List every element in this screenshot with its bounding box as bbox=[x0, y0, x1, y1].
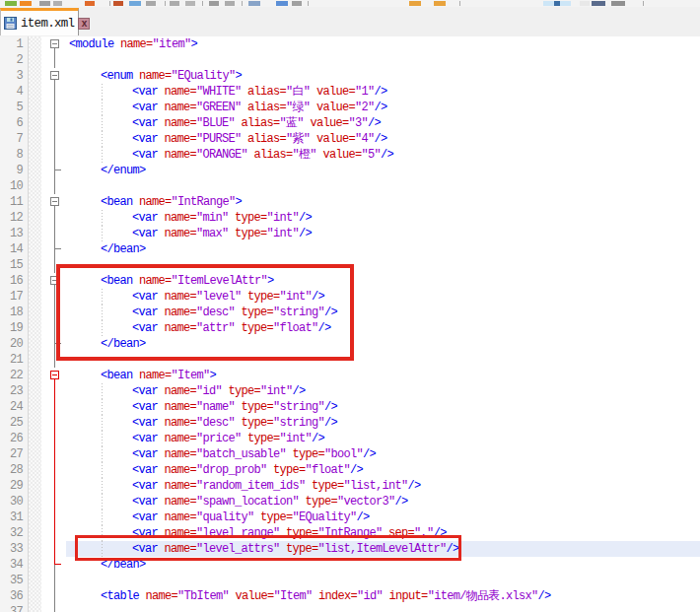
code-line[interactable]: 6<var name="BLUE" alias="蓝" value="3"/> bbox=[0, 115, 700, 131]
code-line[interactable]: 19<var name="attr" type="float"/> bbox=[0, 320, 700, 336]
bookmark-margin[interactable] bbox=[29, 84, 41, 100]
line-number[interactable]: 8 bbox=[0, 147, 29, 163]
line-number[interactable]: 25 bbox=[0, 415, 29, 431]
bookmark-margin[interactable] bbox=[29, 557, 41, 573]
toolbar-icon-fragment[interactable] bbox=[434, 1, 446, 6]
toolbar-icon-fragment[interactable] bbox=[292, 1, 302, 6]
bookmark-margin[interactable] bbox=[29, 352, 41, 368]
line-number[interactable]: 1 bbox=[0, 36, 29, 52]
toolbar-icon-fragment[interactable] bbox=[113, 1, 123, 6]
code-text[interactable]: <var name="attr" type="float"/> bbox=[66, 320, 700, 336]
code-line[interactable]: 29<var name="random_item_ids" type="list… bbox=[0, 478, 700, 494]
code-text[interactable]: <var name="max" type="int"/> bbox=[66, 226, 700, 241]
code-line[interactable]: 18<var name="desc" type="string"/> bbox=[0, 305, 700, 320]
line-number[interactable]: 12 bbox=[0, 210, 29, 226]
bookmark-margin[interactable] bbox=[29, 115, 41, 131]
line-number[interactable]: 37 bbox=[0, 604, 29, 612]
code-text[interactable]: <table name="TbItem" value="Item" index=… bbox=[66, 588, 700, 604]
line-number[interactable]: 36 bbox=[0, 588, 29, 604]
line-number[interactable]: 16 bbox=[0, 273, 29, 289]
bookmark-margin[interactable] bbox=[29, 52, 41, 68]
toolbar-icon-fragment[interactable] bbox=[225, 1, 235, 6]
code-text[interactable]: <var name="GREEN" alias="绿" value="2"/> bbox=[66, 100, 700, 115]
line-number[interactable]: 21 bbox=[0, 352, 29, 368]
bookmark-margin[interactable] bbox=[29, 415, 41, 431]
line-number[interactable]: 18 bbox=[0, 305, 29, 320]
code-text[interactable]: <var name="level" type="int"/> bbox=[66, 289, 700, 305]
toolbar-icon-fragment[interactable] bbox=[248, 1, 260, 6]
code-line[interactable]: 21 bbox=[0, 352, 700, 368]
code-text[interactable]: <var name="PURSE" alias="紫" value="4"/> bbox=[66, 131, 700, 147]
line-number[interactable]: 9 bbox=[0, 163, 29, 178]
bookmark-margin[interactable] bbox=[29, 320, 41, 336]
code-text[interactable]: </bean> bbox=[66, 557, 700, 573]
bookmark-margin[interactable] bbox=[29, 573, 41, 588]
bookmark-margin[interactable] bbox=[29, 178, 41, 194]
code-text[interactable] bbox=[66, 573, 700, 588]
code-line[interactable]: 13<var name="max" type="int"/> bbox=[0, 226, 700, 241]
code-line[interactable]: 34</bean> bbox=[0, 557, 700, 573]
fold-toggle-icon[interactable] bbox=[41, 36, 66, 52]
line-number[interactable]: 15 bbox=[0, 257, 29, 273]
code-text[interactable]: </bean> bbox=[66, 241, 700, 257]
bookmark-margin[interactable] bbox=[29, 494, 41, 510]
code-line[interactable]: 11<bean name="IntRange"> bbox=[0, 194, 700, 210]
line-number[interactable]: 17 bbox=[0, 289, 29, 305]
code-line[interactable]: 28<var name="drop_prob" type="float"/> bbox=[0, 462, 700, 478]
code-text[interactable]: <module name="item"> bbox=[66, 36, 700, 52]
toolbar-icon-fragment[interactable] bbox=[39, 1, 50, 6]
bookmark-margin[interactable] bbox=[29, 131, 41, 147]
bookmark-margin[interactable] bbox=[29, 257, 41, 273]
code-line[interactable]: 8<var name="ORANGE" alias="橙" value="5"/… bbox=[0, 147, 700, 163]
bookmark-margin[interactable] bbox=[29, 289, 41, 305]
line-number[interactable]: 24 bbox=[0, 399, 29, 415]
line-number[interactable]: 5 bbox=[0, 100, 29, 115]
code-line[interactable]: 35 bbox=[0, 573, 700, 588]
code-line[interactable]: 4<var name="WHITE" alias="白" value="1"/> bbox=[0, 84, 700, 100]
bookmark-margin[interactable] bbox=[29, 273, 41, 289]
toolbar-icon-fragment[interactable] bbox=[85, 1, 95, 6]
line-number[interactable]: 13 bbox=[0, 226, 29, 241]
bookmark-margin[interactable] bbox=[29, 36, 41, 52]
toolbar-icon-fragment[interactable] bbox=[611, 1, 625, 6]
toolbar-icon-fragment[interactable] bbox=[170, 1, 179, 6]
line-number[interactable]: 23 bbox=[0, 383, 29, 399]
toolbar-icon-fragment[interactable] bbox=[308, 1, 309, 6]
code-text[interactable] bbox=[66, 52, 700, 68]
toolbar-icon-fragment[interactable] bbox=[209, 1, 219, 6]
bookmark-margin[interactable] bbox=[29, 336, 41, 352]
code-line[interactable]: 10 bbox=[0, 178, 700, 194]
code-line[interactable]: 30<var name="spawn_location" type="vecto… bbox=[0, 494, 700, 510]
code-text-current-line[interactable]: <var name="level_attrs" type="list,ItemL… bbox=[66, 541, 700, 557]
line-number[interactable]: 3 bbox=[0, 68, 29, 84]
bookmark-margin[interactable] bbox=[29, 68, 41, 84]
code-text[interactable] bbox=[66, 257, 700, 273]
tab-item-xml[interactable]: item.xml x bbox=[0, 8, 79, 35]
code-text[interactable]: <var name="desc" type="string"/> bbox=[66, 415, 700, 431]
code-line[interactable]: 12<var name="min" type="int"/> bbox=[0, 210, 700, 226]
code-text[interactable]: <var name="id" type="int"/> bbox=[66, 383, 700, 399]
toolbar-icon-fragment[interactable] bbox=[53, 1, 62, 6]
code-line[interactable]: 25<var name="desc" type="string"/> bbox=[0, 415, 700, 431]
bookmark-margin[interactable] bbox=[29, 399, 41, 415]
line-number[interactable]: 7 bbox=[0, 131, 29, 147]
bookmark-margin[interactable] bbox=[29, 163, 41, 178]
bookmark-margin[interactable] bbox=[29, 100, 41, 115]
line-number[interactable]: 32 bbox=[0, 525, 29, 541]
bookmark-margin[interactable] bbox=[29, 383, 41, 399]
toolbar-icon-fragment[interactable] bbox=[276, 1, 288, 6]
toolbar-icon-fragment[interactable] bbox=[202, 1, 203, 6]
line-number[interactable]: 35 bbox=[0, 573, 29, 588]
code-line[interactable]: 37 bbox=[0, 604, 700, 612]
line-number[interactable]: 34 bbox=[0, 557, 29, 573]
code-line[interactable]: 20</bean> bbox=[0, 336, 700, 352]
code-text[interactable]: <bean name="Item"> bbox=[66, 368, 700, 383]
line-number[interactable]: 20 bbox=[0, 336, 29, 352]
close-icon[interactable]: x bbox=[78, 18, 90, 30]
code-text[interactable]: <var name="drop_prob" type="float"/> bbox=[66, 462, 700, 478]
line-number[interactable]: 6 bbox=[0, 115, 29, 131]
code-text[interactable]: <var name="quality" type="EQuality"/> bbox=[66, 510, 700, 525]
bookmark-margin[interactable] bbox=[29, 510, 41, 525]
bookmark-margin[interactable] bbox=[29, 210, 41, 226]
code-text[interactable] bbox=[66, 604, 700, 612]
